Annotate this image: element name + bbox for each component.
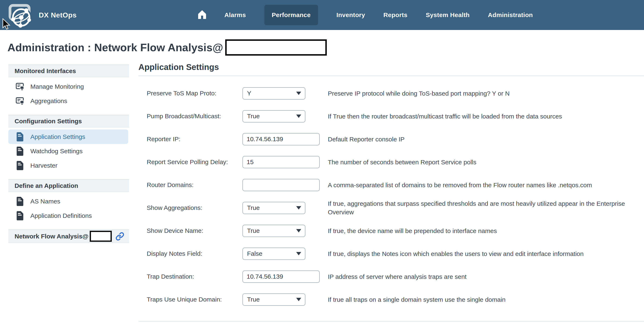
field-label: Report Service Polling Delay: bbox=[147, 158, 242, 166]
document-icon bbox=[16, 132, 24, 141]
sidebar-section-define-an-application: Define an Application bbox=[8, 179, 129, 192]
nav-item-alarms[interactable]: Alarms bbox=[224, 12, 246, 19]
report-service-polling-delay-input[interactable] bbox=[242, 156, 320, 168]
bottom-divider bbox=[138, 321, 644, 322]
pump-broadcast-multicast-select[interactable]: True bbox=[242, 110, 305, 122]
field-description: If true all traps on a single domain sys… bbox=[328, 295, 644, 304]
field-description: The number of seconds between Report Ser… bbox=[328, 158, 644, 166]
sidebar-item-watchdog-settings[interactable]: Watchdog Settings bbox=[8, 144, 128, 158]
document-icon bbox=[16, 211, 24, 220]
form-row: Trap Destination: IP address of server w… bbox=[138, 265, 644, 288]
field-label: Traps Use Unique Domain: bbox=[147, 296, 242, 303]
netops-logo-icon bbox=[8, 3, 32, 29]
traps-use-unique-domain-select[interactable]: True bbox=[242, 293, 305, 306]
mouse-cursor bbox=[2, 18, 11, 31]
preserve-tos-map-proto-select[interactable]: Y bbox=[242, 87, 305, 100]
form-row: Show Device Name: True If true, the devi… bbox=[138, 219, 644, 242]
field-label: Display Notes Field: bbox=[147, 250, 242, 257]
form-row: Traps Use Unique Domain: True If true al… bbox=[138, 288, 644, 311]
field-label: Show Device Name: bbox=[147, 227, 242, 234]
brand: DX NetOps bbox=[8, 0, 76, 30]
sidebar-item-harvester[interactable]: Harvester bbox=[8, 158, 128, 173]
field-description: Preserve IP protocol while doing ToS-bas… bbox=[328, 89, 644, 98]
page-title: Administration : Network Flow Analysis@ bbox=[8, 41, 223, 54]
field-description: If true, the device name will be prepend… bbox=[328, 227, 644, 235]
reporter-ip-input[interactable] bbox=[242, 133, 320, 145]
form-row: Display Notes Field: False If true, disp… bbox=[138, 242, 644, 265]
sidebar: Monitored Interfaces Manage Monitoring bbox=[8, 65, 129, 243]
home-button[interactable] bbox=[198, 10, 206, 20]
sidebar-item-label: Aggregations bbox=[30, 98, 67, 105]
chevron-down-icon bbox=[296, 115, 301, 118]
chevron-down-icon bbox=[296, 298, 301, 301]
nav-item-administration[interactable]: Administration bbox=[488, 12, 533, 19]
nav-item-system-health[interactable]: System Health bbox=[426, 12, 470, 19]
sidebar-item-label: AS Names bbox=[30, 198, 60, 205]
page-title-row: Administration : Network Flow Analysis@ bbox=[8, 39, 327, 56]
sidebar-item-label: Application Settings bbox=[30, 133, 85, 140]
form-row: Preserve ToS Map Proto: Y Preserve IP pr… bbox=[138, 82, 644, 105]
display-notes-field-select[interactable]: False bbox=[242, 248, 305, 260]
nav-menu: Alarms Performance Inventory Reports Sys… bbox=[198, 0, 533, 30]
document-icon bbox=[16, 197, 24, 206]
trap-destination-input[interactable] bbox=[242, 270, 320, 283]
nav-item-reports[interactable]: Reports bbox=[384, 12, 407, 19]
sidebar-item-application-definitions[interactable]: Application Definitions bbox=[8, 208, 128, 223]
sidebar-section-monitored-interfaces: Monitored Interfaces bbox=[8, 65, 129, 77]
field-description: Default Reporter console IP bbox=[328, 135, 644, 144]
heading-divider bbox=[138, 75, 644, 76]
brand-name: DX NetOps bbox=[39, 11, 76, 19]
router-domains-input[interactable] bbox=[242, 179, 320, 191]
home-icon bbox=[198, 10, 206, 20]
show-device-name-select[interactable]: True bbox=[242, 225, 305, 237]
chevron-down-icon bbox=[296, 92, 301, 95]
form-row: Show Aggregations: True If true, aggrega… bbox=[138, 196, 644, 219]
form-row: Report Service Polling Delay: The number… bbox=[138, 151, 644, 173]
form-row: Reporter IP: Default Reporter console IP bbox=[138, 128, 644, 151]
show-aggregations-select[interactable]: True bbox=[242, 202, 305, 214]
document-icon bbox=[16, 147, 24, 156]
sidebar-item-application-settings[interactable]: Application Settings bbox=[8, 130, 128, 144]
sidebar-section-configuration-settings: Configuration Settings bbox=[8, 115, 129, 127]
field-label: Preserve ToS Map Proto: bbox=[147, 90, 242, 97]
chevron-down-icon bbox=[296, 229, 301, 232]
sidebar-item-label: Watchdog Settings bbox=[30, 148, 83, 155]
sidebar-item-manage-monitoring[interactable]: Manage Monitoring bbox=[8, 79, 128, 94]
field-label: Show Aggregations: bbox=[147, 204, 242, 211]
field-description: If True then the router broadcast/multic… bbox=[328, 112, 644, 121]
field-label: Trap Destination: bbox=[147, 273, 242, 280]
field-description: IP address of server where analysis trap… bbox=[328, 272, 644, 281]
nav-item-performance[interactable]: Performance bbox=[264, 5, 318, 25]
redacted-hostname-box bbox=[225, 39, 327, 56]
sidebar-item-label: Manage Monitoring bbox=[30, 83, 84, 90]
form-row: Pump Broadcast/Multicast: True If True t… bbox=[138, 105, 644, 128]
chevron-down-icon bbox=[296, 206, 301, 209]
redacted-host-box bbox=[90, 231, 112, 242]
top-navbar: DX NetOps Alarms Performance Inventory R… bbox=[0, 0, 644, 30]
monitor-icon bbox=[16, 83, 24, 90]
field-description: If true, aggregations that surpass speci… bbox=[328, 199, 644, 216]
sidebar-item-aggregations[interactable]: Aggregations bbox=[8, 94, 128, 108]
field-label: Pump Broadcast/Multicast: bbox=[147, 113, 242, 120]
sidebar-section-network-flow-analysis: Network Flow Analysis@ bbox=[8, 229, 129, 243]
monitor-icon bbox=[16, 97, 24, 105]
sidebar-item-label: Harvester bbox=[30, 162, 58, 169]
sidebar-item-label: Application Definitions bbox=[30, 212, 92, 219]
field-description: A comma-separated list of domains to be … bbox=[328, 181, 644, 189]
field-label: Reporter IP: bbox=[147, 136, 242, 143]
sidebar-flow-label: Network Flow Analysis@ bbox=[14, 233, 88, 240]
main-heading: Application Settings bbox=[138, 63, 219, 72]
application-settings-form: Preserve ToS Map Proto: Y Preserve IP pr… bbox=[138, 82, 644, 311]
link-icon[interactable] bbox=[116, 232, 124, 241]
sidebar-item-as-names[interactable]: AS Names bbox=[8, 194, 128, 208]
field-description: If true, displays the Notes icon which e… bbox=[328, 249, 644, 258]
field-label: Router Domains: bbox=[147, 181, 242, 188]
form-row: Router Domains: A comma-separated list o… bbox=[138, 173, 644, 196]
document-icon bbox=[16, 161, 24, 170]
nav-item-inventory[interactable]: Inventory bbox=[336, 12, 365, 19]
chevron-down-icon bbox=[296, 252, 301, 255]
